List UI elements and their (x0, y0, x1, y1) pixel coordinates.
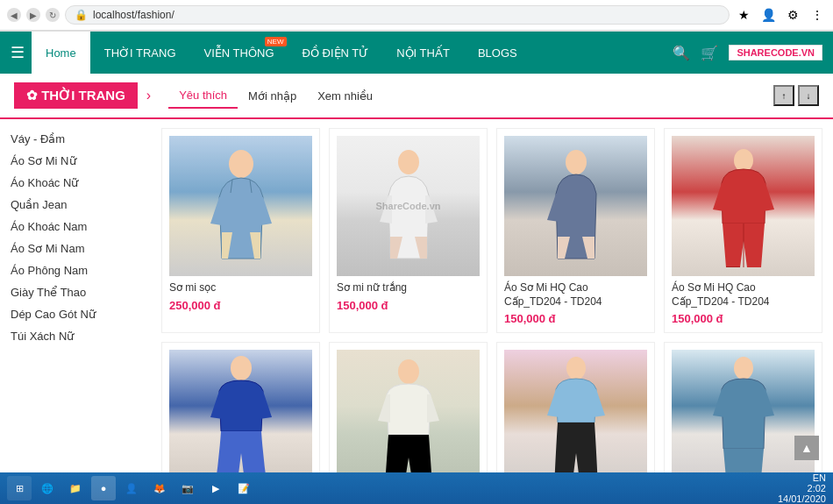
search-icon[interactable]: 🔍 (673, 45, 690, 61)
taskbar-item-2[interactable]: 👤 (119, 476, 144, 500)
svg-point-4 (566, 150, 587, 174)
product-price-2: 150,000 đ (504, 312, 647, 325)
sidebar-item-vay-dam[interactable]: Váy - Đầm (11, 128, 151, 150)
product-image-7 (672, 350, 815, 490)
taskbar-item-4[interactable]: 📷 (175, 476, 200, 500)
sidebar-item-dep-cao-got[interactable]: Dép Cao Gót Nữ (11, 303, 151, 325)
back-button[interactable]: ◀ (7, 8, 21, 22)
nav-do-dien-tu[interactable]: ĐỒ ĐIỆN TỬ (288, 32, 383, 74)
products-area: Sơ mi sọc 250,000 đ ShareCode.vn (161, 128, 822, 504)
product-title-1: Sơ mi nữ trắng (337, 281, 480, 295)
profile-icon[interactable]: 👤 (759, 6, 777, 24)
nav-noi-that[interactable]: NỘI THẤT (382, 32, 464, 74)
sort-desc-button[interactable]: ↓ (798, 85, 819, 106)
product-image-1: ShareCode.vn (337, 136, 480, 276)
product-title-3: Áo Sơ Mi HQ Cao Cấp_TD204 - TD204 (672, 281, 815, 309)
clock-language: EN (778, 472, 826, 483)
sidebar-item-ao-khoac-nam[interactable]: Áo Khoác Nam (11, 216, 151, 238)
svg-point-8 (398, 359, 419, 384)
site-header: ☰ Home THỜI TRANG VIỄN THÔNGNEW ĐỒ ĐIỆN … (0, 32, 833, 74)
sidebar-item-ao-phong-nam[interactable]: Áo Phông Nam (11, 259, 151, 281)
product-price-0: 250,000 đ (169, 299, 312, 312)
sidebar-item-quan-jean[interactable]: Quần Jean (11, 194, 151, 216)
svg-point-5 (734, 149, 753, 172)
sidebar-item-ao-so-mi-nu[interactable]: Áo Sơ Mi Nữ (11, 150, 151, 172)
taskbar-item-3[interactable]: 🦊 (147, 476, 172, 500)
sharecode-logo: SHARECODE.VN (729, 45, 822, 60)
nav-thoi-trang[interactable]: THỜI TRANG (90, 32, 190, 74)
product-image-6 (504, 350, 647, 490)
product-image-0 (169, 136, 312, 276)
product-card-0[interactable]: Sơ mi sọc 250,000 đ (161, 128, 320, 333)
taskbar: ⊞ 🌐 📁 ● 👤 🦊 📷 ▶ 📝 EN 2:02 14/01/2020 (0, 472, 833, 504)
product-price-3: 150,000 đ (672, 312, 815, 325)
taskbar-item-6[interactable]: 📝 (231, 476, 256, 500)
tab-yeu-thich[interactable]: Yêu thích (168, 83, 238, 109)
forward-button[interactable]: ▶ (26, 8, 40, 22)
extensions-icon[interactable]: ⚙ (784, 6, 801, 24)
lock-icon: 🔒 (75, 9, 88, 21)
sidebar: Váy - Đầm Áo Sơ Mi Nữ Áo Khoác Nữ Quần J… (11, 128, 151, 504)
nav-vien-thong[interactable]: VIỄN THÔNGNEW (190, 32, 288, 74)
svg-point-7 (231, 356, 252, 380)
product-card-2[interactable]: Áo Sơ Mi HQ Cao Cấp_TD204 - TD204 150,00… (496, 128, 655, 333)
product-card-1[interactable]: ShareCode.vn Sơ mi nữ trắng 150,000 đ (329, 128, 488, 333)
scroll-top-button[interactable]: ▲ (794, 436, 819, 460)
category-arrow-icon: › (146, 88, 151, 103)
product-price-1: 150,000 đ (337, 299, 480, 312)
clock-date: 14/01/2020 (778, 493, 826, 504)
taskbar-ie[interactable]: 🌐 (35, 476, 60, 500)
svg-point-10 (734, 357, 753, 380)
tab-xem-nhieu[interactable]: Xem nhiều (307, 84, 383, 108)
sidebar-item-giay-the-thao[interactable]: Giày Thể Thao (11, 281, 151, 303)
cart-icon[interactable]: 🛒 (701, 45, 718, 61)
taskbar-clock: EN 2:02 14/01/2020 (778, 472, 826, 504)
main-layout: Váy - Đầm Áo Sơ Mi Nữ Áo Khoác Nữ Quần J… (0, 119, 833, 504)
product-image-2 (504, 136, 647, 276)
taskbar-explorer[interactable]: 📁 (63, 476, 88, 500)
menu-icon[interactable]: ⋮ (808, 6, 826, 24)
browser-toolbar: ◀ ▶ ↻ 🔒 localhost/fashion/ ★ 👤 ⚙ ⋮ (0, 0, 833, 31)
product-image-4 (169, 350, 312, 490)
sidebar-item-tui-xach[interactable]: Túi Xách Nữ (11, 325, 151, 347)
product-card-3[interactable]: Áo Sơ Mi HQ Cao Cấp_TD204 - TD204 150,00… (664, 128, 822, 333)
category-banner: ✿ THỜI TRANG › Yêu thích Mới nhập Xem nh… (0, 74, 833, 119)
sort-asc-button[interactable]: ↑ (773, 85, 794, 106)
svg-point-9 (566, 357, 586, 380)
browser-actions: ★ 👤 ⚙ ⋮ (735, 6, 826, 24)
nav-menu: Home THỜI TRANG VIỄN THÔNGNEW ĐỒ ĐIỆN TỬ… (32, 32, 673, 74)
tab-moi-nhap[interactable]: Mới nhập (238, 84, 307, 108)
url-text: localhost/fashion/ (93, 9, 174, 21)
svg-point-0 (229, 150, 253, 178)
taskbar-start[interactable]: ⊞ (7, 476, 32, 500)
product-title-0: Sơ mi sọc (169, 281, 312, 295)
sidebar-item-ao-so-mi-nam[interactable]: Áo Sơ Mi Nam (11, 238, 151, 259)
taskbar-item-5[interactable]: ▶ (203, 476, 228, 500)
sort-controls: ↑ ↓ (773, 85, 819, 106)
hamburger-icon[interactable]: ☰ (11, 43, 25, 62)
taskbar-chrome[interactable]: ● (91, 476, 116, 500)
svg-point-3 (398, 150, 419, 174)
product-title-2: Áo Sơ Mi HQ Cao Cấp_TD204 - TD204 (504, 281, 647, 309)
sidebar-item-ao-khoac-nu[interactable]: Áo Khoác Nữ (11, 172, 151, 194)
refresh-button[interactable]: ↻ (46, 8, 60, 22)
nav-blogs[interactable]: BLOGS (464, 32, 531, 74)
category-tag: ✿ THỜI TRANG (14, 82, 138, 109)
clock-time: 2:02 (778, 483, 826, 493)
nav-home[interactable]: Home (32, 32, 90, 74)
bookmark-icon[interactable]: ★ (735, 6, 752, 24)
product-image-5 (337, 350, 480, 490)
product-image-3 (672, 136, 815, 276)
browser-chrome: ◀ ▶ ↻ 🔒 localhost/fashion/ ★ 👤 ⚙ ⋮ (0, 0, 833, 32)
products-grid: Sơ mi sọc 250,000 đ ShareCode.vn (161, 128, 822, 504)
url-bar[interactable]: 🔒 localhost/fashion/ (65, 5, 730, 25)
